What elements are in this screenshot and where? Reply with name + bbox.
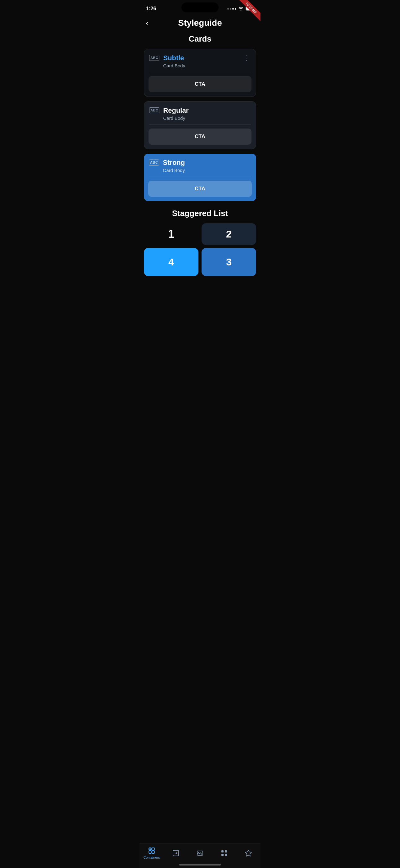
card-regular-abc-icon: ABC <box>149 107 159 113</box>
stagger-item-4[interactable]: 4 <box>144 248 198 276</box>
card-strong: ABC Strong Card Body CTA <box>144 154 256 201</box>
card-regular-title: Regular <box>163 106 189 115</box>
status-notch <box>181 2 219 12</box>
card-regular-body: Card Body <box>163 116 189 121</box>
card-subtle-abc-icon: ABC <box>149 55 159 61</box>
card-subtle-header: ABC Subtle Card Body ⋮ <box>144 49 256 72</box>
card-strong-header: ABC Strong Card Body <box>144 154 256 177</box>
card-regular-divider <box>149 124 251 125</box>
staggered-list-section: Staggered List 1 2 4 3 <box>139 209 261 276</box>
card-subtle-menu-icon[interactable]: ⋮ <box>242 54 251 61</box>
card-subtle-title: Subtle <box>163 54 185 62</box>
status-time: 1:26 <box>146 6 156 12</box>
card-regular-header: ABC Regular Card Body <box>144 101 256 124</box>
card-subtle: ABC Subtle Card Body ⋮ CTA <box>144 49 256 97</box>
back-button[interactable]: ‹ <box>146 18 148 28</box>
card-strong-divider <box>149 177 251 177</box>
card-subtle-divider <box>149 72 251 72</box>
testing-ribbon: TESTING <box>236 0 261 25</box>
testing-label: TESTING <box>238 0 261 22</box>
cards-section-title: Cards <box>139 34 261 44</box>
stagger-item-1[interactable]: 1 <box>144 223 198 245</box>
card-strong-body: Card Body <box>163 168 185 173</box>
stagger-item-3[interactable]: 3 <box>202 248 256 276</box>
card-regular: ABC Regular Card Body CTA <box>144 101 256 149</box>
card-regular-cta[interactable]: CTA <box>148 128 252 145</box>
signal-icon <box>227 8 236 10</box>
card-subtle-body: Card Body <box>163 63 185 68</box>
staggered-grid: 1 2 4 3 <box>144 223 256 276</box>
header-title: Styleguide <box>178 18 222 28</box>
stagger-item-2[interactable]: 2 <box>202 223 256 245</box>
card-strong-title: Strong <box>163 159 185 167</box>
card-strong-abc-icon: ABC <box>149 160 159 165</box>
cards-container: ABC Subtle Card Body ⋮ CTA ABC Regular C… <box>139 49 261 201</box>
card-strong-cta[interactable]: CTA <box>148 181 252 197</box>
staggered-list-title: Staggered List <box>144 209 256 218</box>
card-subtle-cta[interactable]: CTA <box>148 76 252 92</box>
